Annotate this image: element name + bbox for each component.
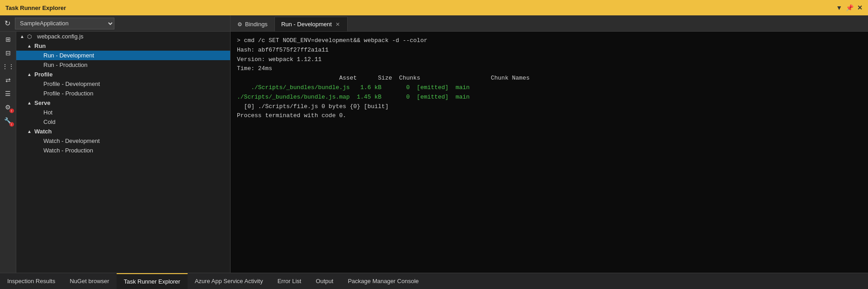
task-runner-explorer-label: Task Runner Explorer bbox=[124, 278, 180, 285]
hot-label: Hot bbox=[43, 109, 230, 116]
profile-dev-label: Profile - Development bbox=[43, 81, 230, 87]
task-toolbar: ↻ SampleApplication bbox=[0, 15, 230, 32]
title-bar-controls: ▼ 📌 ✕ bbox=[836, 4, 863, 11]
apps-icon[interactable]: ⋮⋮ bbox=[3, 62, 13, 71]
main-content: ↻ SampleApplication ⊞ ⊟ ⋮⋮ ⇄ ☰ ⚙ ! 🔧 ! bbox=[0, 15, 868, 273]
group-run[interactable]: ▲ Run bbox=[16, 41, 230, 51]
azure-app-service-label: Azure App Service Activity bbox=[195, 278, 263, 284]
status-bar: Inspection Results NuGet browser Task Ru… bbox=[0, 273, 868, 289]
config-file-item[interactable]: ▲ ⬡ webpack.config.js bbox=[16, 32, 230, 41]
pin-icon[interactable]: 📌 bbox=[846, 4, 854, 11]
package-manager-console-label: Package Manager Console bbox=[348, 278, 419, 284]
item-profile-production[interactable]: Profile - Production bbox=[16, 89, 230, 98]
nuget-browser-label: NuGet browser bbox=[70, 278, 109, 284]
application-dropdown[interactable]: SampleApplication bbox=[15, 18, 114, 29]
terminal-line-4: Asset Size Chunks Chunk Names bbox=[237, 74, 862, 83]
home-icon[interactable]: ⊞ bbox=[3, 34, 13, 44]
config-file-label: webpack.config.js bbox=[37, 33, 230, 40]
title-bar: Task Runner Explorer ▼ 📌 ✕ bbox=[0, 0, 868, 15]
tab-run-dev-label: Run - Development bbox=[281, 21, 332, 28]
inspection-results-label: Inspection Results bbox=[7, 278, 55, 284]
layers-icon[interactable]: ☰ bbox=[3, 89, 13, 99]
title-bar-text: Task Runner Explorer bbox=[5, 5, 66, 11]
item-run-production[interactable]: Run - Production bbox=[16, 60, 230, 70]
tree-content: ▲ ⬡ webpack.config.js ▲ Run Run - Develo… bbox=[16, 32, 230, 273]
group-serve[interactable]: ▲ Serve bbox=[16, 98, 230, 108]
terminal-line-2: Version: webpack 1.12.11 bbox=[237, 55, 862, 65]
group-run-label: Run bbox=[34, 43, 230, 49]
status-tab-azure-app-service[interactable]: Azure App Service Activity bbox=[188, 273, 270, 289]
error-badge-2: ! bbox=[9, 122, 14, 127]
error-list-label: Error List bbox=[278, 278, 302, 284]
watch-dev-label: Watch - Development bbox=[43, 137, 230, 144]
output-label: Output bbox=[316, 278, 333, 284]
icon-strip: ⊞ ⊟ ⋮⋮ ⇄ ☰ ⚙ ! 🔧 ! bbox=[0, 32, 16, 273]
terminal-line-8: Process terminated with code 0. bbox=[237, 111, 862, 121]
collapse-icon-serve: ▲ bbox=[27, 100, 33, 105]
terminal-line-3: Time: 24ms bbox=[237, 64, 862, 74]
terminal-line-0: > cmd /c SET NODE_ENV=development&& webp… bbox=[237, 36, 862, 46]
run-prod-label: Run - Production bbox=[43, 62, 230, 68]
refresh-button[interactable]: ↻ bbox=[3, 18, 12, 28]
status-tab-task-runner-explorer[interactable]: Task Runner Explorer bbox=[117, 273, 188, 289]
item-watch-development[interactable]: Watch - Development bbox=[16, 136, 230, 146]
status-tab-nuget-browser[interactable]: NuGet browser bbox=[62, 273, 116, 289]
tab-close-icon[interactable]: ✕ bbox=[335, 21, 341, 28]
task-panel: ↻ SampleApplication ⊞ ⊟ ⋮⋮ ⇄ ☰ ⚙ ! 🔧 ! bbox=[0, 15, 231, 273]
watch-prod-label: Watch - Production bbox=[43, 147, 230, 154]
error-icon-2[interactable]: 🔧 ! bbox=[3, 116, 13, 126]
item-profile-development[interactable]: Profile - Development bbox=[16, 79, 230, 89]
group-profile[interactable]: ▲ Profile bbox=[16, 70, 230, 79]
item-cold[interactable]: Cold bbox=[16, 117, 230, 127]
terminal-output[interactable]: > cmd /c SET NODE_ENV=development&& webp… bbox=[231, 32, 868, 273]
item-run-development[interactable]: Run - Development bbox=[16, 51, 230, 60]
dropdown-arrow-icon[interactable]: ▼ bbox=[836, 4, 842, 11]
sync-icon[interactable]: ⇄ bbox=[3, 75, 13, 85]
terminal-panel: ⚙ Bindings Run - Development ✕ > cmd /c … bbox=[231, 15, 868, 273]
panel-with-strip: ⊞ ⊟ ⋮⋮ ⇄ ☰ ⚙ ! 🔧 ! ▲ ⬡ bbox=[0, 32, 230, 273]
item-watch-production[interactable]: Watch - Production bbox=[16, 146, 230, 155]
tab-run-development[interactable]: Run - Development ✕ bbox=[274, 17, 348, 31]
tab-bar: ⚙ Bindings Run - Development ✕ bbox=[231, 15, 868, 32]
error-badge-1: ! bbox=[9, 109, 14, 113]
status-tab-output[interactable]: Output bbox=[308, 273, 340, 289]
status-tab-package-manager-console[interactable]: Package Manager Console bbox=[340, 273, 426, 289]
cold-label: Cold bbox=[43, 118, 230, 125]
profile-prod-label: Profile - Production bbox=[43, 90, 230, 97]
status-tab-inspection-results[interactable]: Inspection Results bbox=[0, 273, 62, 289]
run-dev-label: Run - Development bbox=[43, 52, 230, 59]
collapse-icon-watch: ▲ bbox=[27, 129, 33, 134]
tab-bindings-label: Bindings bbox=[245, 21, 268, 28]
terminal-line-7: [0] ./Scripts/file.js 0 bytes {0} [built… bbox=[237, 102, 862, 112]
terminal-line-6: ./Scripts/_bundles/bundle.js.map 1.45 kB… bbox=[237, 93, 862, 102]
group-profile-label: Profile bbox=[34, 71, 230, 78]
collapse-icon-root: ▲ bbox=[20, 34, 26, 39]
terminal-line-1: Hash: abf67f575f27ff2a1a11 bbox=[237, 46, 862, 55]
tab-bindings[interactable]: ⚙ Bindings bbox=[231, 17, 274, 31]
grid-icon[interactable]: ⊟ bbox=[3, 48, 13, 58]
collapse-icon-run: ▲ bbox=[27, 43, 33, 48]
terminal-line-5: ./Scripts/_bundles/bundle.js 1.6 kB 0 [e… bbox=[237, 83, 862, 93]
group-serve-label: Serve bbox=[34, 99, 230, 106]
group-watch[interactable]: ▲ Watch bbox=[16, 127, 230, 136]
item-hot[interactable]: Hot bbox=[16, 108, 230, 117]
error-icon-1[interactable]: ⚙ ! bbox=[3, 102, 13, 112]
status-tab-error-list[interactable]: Error List bbox=[270, 273, 309, 289]
close-icon[interactable]: ✕ bbox=[857, 4, 863, 11]
bindings-icon: ⚙ bbox=[237, 21, 242, 28]
collapse-icon-profile: ▲ bbox=[27, 72, 33, 77]
file-icon: ⬡ bbox=[27, 33, 35, 40]
group-watch-label: Watch bbox=[34, 128, 230, 135]
